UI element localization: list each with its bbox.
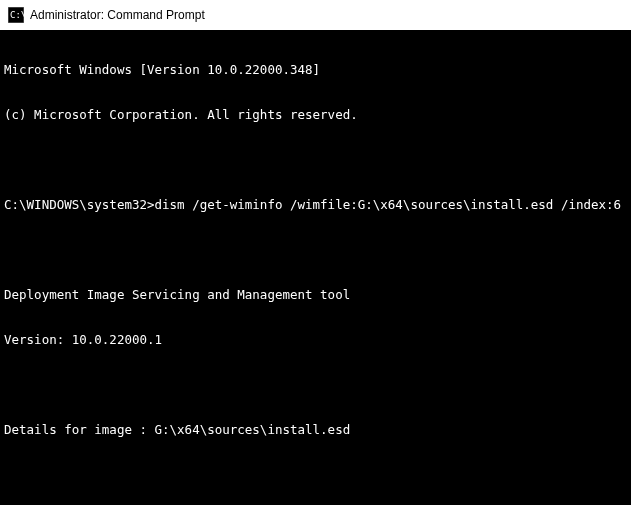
window-title: Administrator: Command Prompt — [30, 8, 205, 22]
cmd-icon: C:\ — [8, 7, 24, 23]
prompt-path: C:\WINDOWS\system32> — [4, 197, 155, 212]
dism-title: Deployment Image Servicing and Managemen… — [4, 287, 627, 302]
svg-text:C:\: C:\ — [10, 10, 24, 20]
blank-line — [4, 377, 627, 392]
blank-line — [4, 467, 627, 482]
details-header: Details for image : G:\x64\sources\insta… — [4, 422, 627, 437]
title-bar[interactable]: C:\ Administrator: Command Prompt — [0, 0, 631, 30]
command-text: dism /get-wiminfo /wimfile:G:\x64\source… — [155, 197, 622, 212]
os-banner-copyright: (c) Microsoft Corporation. All rights re… — [4, 107, 627, 122]
prompt-line: C:\WINDOWS\system32>dism /get-wiminfo /w… — [4, 197, 627, 212]
blank-line — [4, 152, 627, 167]
terminal-area[interactable]: Microsoft Windows [Version 10.0.22000.34… — [0, 30, 631, 505]
dism-version: Version: 10.0.22000.1 — [4, 332, 627, 347]
cmd-window: C:\ Administrator: Command Prompt Micros… — [0, 0, 631, 505]
os-banner-version: Microsoft Windows [Version 10.0.22000.34… — [4, 62, 627, 77]
blank-line — [4, 242, 627, 257]
